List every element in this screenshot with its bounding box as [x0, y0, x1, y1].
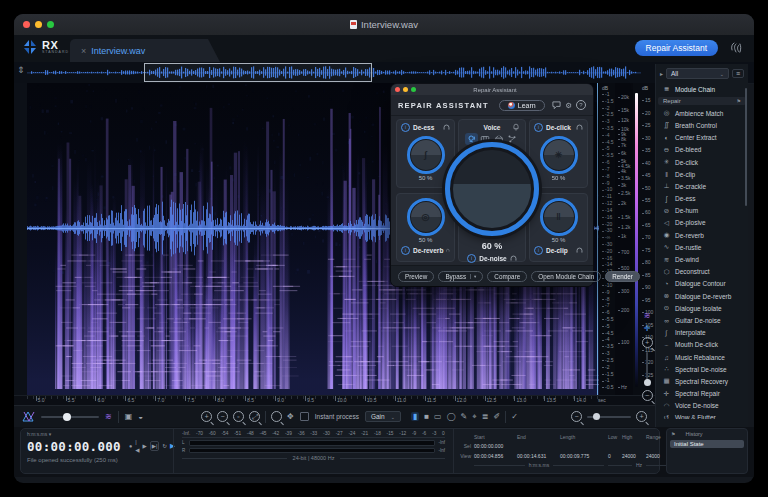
headphones-icon[interactable]	[446, 247, 450, 254]
sidebar-item-de-clip[interactable]: ‖De-clip	[656, 168, 748, 180]
time-format-select[interactable]: h:m:s.ms ▾	[27, 431, 167, 437]
sidebar-item-breath-control[interactable]: ∬Breath Control	[656, 119, 748, 131]
de-ess-knob[interactable]: ʃ	[407, 136, 445, 174]
comment-button[interactable]: ◒	[138, 412, 143, 421]
headphones-icon[interactable]	[443, 124, 450, 131]
horizontal-zoom-slider[interactable]	[587, 416, 631, 418]
balance-slider-knob[interactable]	[63, 413, 71, 421]
spectrogram-settings-button[interactable]: ≋	[105, 412, 112, 421]
forward-button[interactable]: ▶|	[150, 441, 160, 451]
vertical-zoom-in-button[interactable]: +	[642, 337, 653, 348]
info-icon[interactable]: i	[467, 254, 476, 263]
headphones-icon[interactable]	[576, 124, 583, 131]
open-module-chain-button[interactable]: Open Module Chain	[531, 271, 601, 282]
sidebar-item-music-rebalance[interactable]: ♫Music Rebalance	[656, 351, 748, 363]
info-icon[interactable]: i	[534, 246, 543, 255]
sidebar-item-de-plosive[interactable]: ◁De-plosive	[656, 217, 748, 229]
bypass-button[interactable]: Bypass ▾	[438, 271, 483, 282]
sidebar-item-de-rustle[interactable]: ∿De-rustle	[656, 241, 748, 253]
master-amount-knob[interactable]	[445, 142, 539, 236]
de-reverb-knob[interactable]: ◎	[407, 198, 445, 236]
sidebar-scrollbar[interactable]	[745, 88, 747, 206]
sidebar-item-wow-flutter[interactable]: ↺Wow & Flutter	[656, 412, 748, 419]
sidebar-item-dialogue-isolate[interactable]: ⊙Dialogue Isolate	[656, 302, 748, 314]
preview-button[interactable]: Preview	[398, 271, 434, 282]
tab-close-icon[interactable]: ×	[81, 46, 86, 56]
info-icon[interactable]: i	[401, 246, 410, 255]
grab-tool-button[interactable]: ✥	[287, 412, 294, 421]
previous-button[interactable]: |◀	[135, 438, 139, 454]
sidebar-item-spectral-repair[interactable]: ✛Spectral Repair	[656, 388, 748, 400]
sidebar-item-spectral-recovery[interactable]: ▦Spectral Recovery	[656, 375, 748, 387]
vertical-zoom-out-button[interactable]: −	[642, 390, 653, 401]
sidebar-item-voice-de-noise[interactable]: ◠Voice De-noise	[656, 400, 748, 412]
view-low[interactable]: 0	[608, 453, 622, 459]
headphones-icon[interactable]	[510, 255, 517, 262]
overview-scroll-handle[interactable]: ⇕	[17, 65, 25, 75]
sidebar-item-mouth-de-click[interactable]: ⌣Mouth De-click	[656, 339, 748, 351]
record-button[interactable]: ●	[129, 442, 132, 450]
zoom-selection-button[interactable]: ▫	[233, 411, 244, 422]
dialog-close-button[interactable]	[395, 87, 400, 92]
vertical-zoom-slider[interactable]	[646, 352, 648, 386]
help-icon[interactable]: ?	[576, 100, 586, 110]
history-pin-icon[interactable]: ⚑	[671, 431, 675, 437]
sidebar-item-dialogue-de-reverb[interactable]: ⊚Dialogue De-reverb	[656, 290, 748, 302]
time-frequency-selection-tool[interactable]: ■	[424, 412, 429, 421]
tab-interview-wav[interactable]: × Interview.wav	[70, 39, 220, 62]
feedback-bubble-icon[interactable]	[552, 101, 561, 110]
sidebar-item-deconstruct[interactable]: ⬡Deconstruct	[656, 266, 748, 278]
sidebar-item-interpolate[interactable]: ∫Interpolate	[656, 327, 748, 339]
horizontal-zoom-in-button[interactable]: +	[636, 411, 647, 422]
bell-icon[interactable]	[512, 123, 520, 131]
sidebar-item-de-crackle[interactable]: ⊥De-crackle	[656, 180, 748, 192]
settings-gear-icon[interactable]: ⚙	[565, 101, 572, 110]
de-click-knob[interactable]: ✳	[540, 136, 578, 174]
pencil-tool[interactable]: ✐	[494, 412, 501, 421]
sidebar-item-spectral-de-noise[interactable]: ∴Spectral De-noise	[656, 363, 748, 375]
category-filter-select[interactable]: All ⌄	[666, 68, 729, 79]
sidebar-item-de-bleed[interactable]: ⊖De-bleed	[656, 144, 748, 156]
other-type-button[interactable]	[506, 133, 519, 145]
playhead-cursor[interactable]	[597, 83, 598, 395]
horizontal-zoom-out-button[interactable]: −	[571, 411, 582, 422]
dialog-zoom-button[interactable]	[411, 87, 416, 92]
zoom-out-button[interactable]: −	[217, 411, 228, 422]
sidebar-item-ambience-match[interactable]: ◎Ambience Match	[656, 107, 748, 119]
spectral-zoom-icon[interactable]: ≋	[644, 311, 651, 320]
pin-icon[interactable]: ⚑	[737, 98, 741, 104]
spectrogram-waveform-balance-slider[interactable]	[41, 416, 99, 418]
loop-button[interactable]: ↻	[162, 442, 167, 450]
sidebar-item-de-hum[interactable]: ⊘De-hum	[656, 205, 748, 217]
brush-selection-tool[interactable]: ✎	[461, 412, 468, 421]
dialog-minimize-button[interactable]	[403, 87, 408, 92]
sidebar-item-de-wind[interactable]: ≋De-wind	[656, 253, 748, 265]
list-view-menu-button[interactable]: ≡	[732, 69, 744, 78]
info-icon[interactable]: i	[401, 123, 410, 132]
bypass-caret-icon[interactable]: ▾	[470, 274, 476, 279]
sidebar-item-de-ess[interactable]: ʃDe-ess	[656, 193, 748, 205]
levels-tool[interactable]: ≣	[482, 412, 489, 421]
headphones-icon[interactable]	[576, 247, 583, 254]
playhead-timecode[interactable]: 00:00:00.000	[27, 439, 121, 454]
info-icon[interactable]: i	[534, 123, 543, 132]
left-gutter[interactable]	[14, 83, 28, 395]
compare-button[interactable]: Compare	[487, 271, 527, 282]
commit-button[interactable]: ✓	[511, 412, 518, 421]
view-start[interactable]: 00:00:04.856	[474, 453, 517, 459]
section-header-repair[interactable]: Repair⚑	[658, 97, 746, 105]
play-button[interactable]: ▶	[142, 442, 146, 450]
magic-wand-tool[interactable]: ⌖	[472, 412, 477, 422]
time-selection-tool[interactable]: ▮	[411, 412, 419, 421]
view-length[interactable]: 00:00:09.775	[560, 453, 604, 459]
view-high[interactable]: 24000	[622, 453, 646, 459]
dialog-titlebar[interactable]: Repair Assistant	[391, 84, 593, 95]
voice-type-button[interactable]	[465, 133, 478, 145]
sidebar-item-guitar-de-noise[interactable]: ∞Guitar De-noise	[656, 314, 748, 326]
lasso-selection-tool[interactable]: ◯	[447, 412, 456, 421]
sidebar-item-dialogue-contour[interactable]: ◔Dialogue Contour	[656, 278, 748, 290]
sidebar-item-de-click[interactable]: ✳De-click	[656, 156, 748, 168]
panel-layout-button[interactable]: ▣	[125, 412, 133, 421]
crossfade-icon[interactable]	[22, 411, 35, 422]
zoom-in-button[interactable]: +	[201, 411, 212, 422]
